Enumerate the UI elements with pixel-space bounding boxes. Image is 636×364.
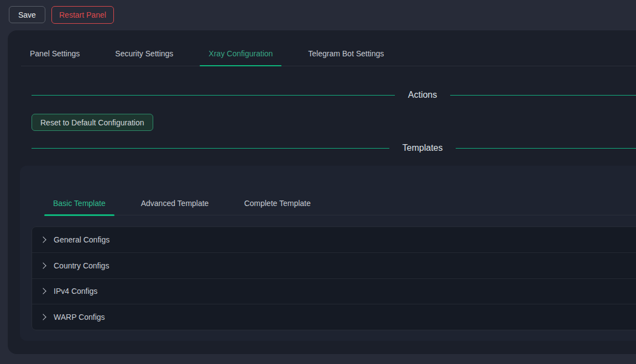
tab-advanced-template[interactable]: Advanced Template <box>132 199 218 215</box>
chevron-right-icon <box>40 314 46 320</box>
divider-line <box>450 95 636 96</box>
chevron-right-icon <box>40 288 46 294</box>
settings-tabbar: Panel Settings Security Settings Xray Co… <box>21 30 636 66</box>
collapse-label: WARP Configs <box>54 313 105 321</box>
collapse-general-configs[interactable]: General Configs <box>32 227 636 252</box>
templates-card: Basic Template Advanced Template Complet… <box>20 166 636 341</box>
reset-default-config-button[interactable]: Reset to Default Configuration <box>32 114 153 131</box>
app-viewport: Save Restart Panel Panel Settings Securi… <box>0 0 636 364</box>
tab-panel-settings[interactable]: Panel Settings <box>21 49 88 66</box>
tab-security-settings[interactable]: Security Settings <box>106 49 182 66</box>
collapse-label: Country Configs <box>54 261 109 270</box>
chevron-right-icon <box>40 262 46 268</box>
tab-xray-configuration[interactable]: Xray Configuration <box>200 49 281 66</box>
templates-section-divider: Templates <box>32 139 636 157</box>
tab-basic-template[interactable]: Basic Template <box>44 199 114 215</box>
collapse-ipv4-configs[interactable]: IPv4 Configs <box>32 278 636 304</box>
divider-line <box>32 148 389 149</box>
settings-card: Panel Settings Security Settings Xray Co… <box>8 30 636 354</box>
tab-complete-template[interactable]: Complete Template <box>235 199 319 215</box>
tab-telegram-bot-settings[interactable]: Telegram Bot Settings <box>299 49 393 66</box>
chevron-right-icon <box>40 236 46 242</box>
collapse-warp-configs[interactable]: WARP Configs <box>32 304 636 330</box>
actions-section-divider: Actions <box>32 86 636 104</box>
collapse-label: IPv4 Configs <box>54 287 97 296</box>
collapse-label: General Configs <box>54 235 110 244</box>
templates-section-title: Templates <box>403 143 443 153</box>
divider-line <box>456 148 636 149</box>
collapse-country-configs[interactable]: Country Configs <box>32 252 636 278</box>
restart-panel-button[interactable]: Restart Panel <box>51 6 114 24</box>
divider-line <box>32 95 395 96</box>
save-button[interactable]: Save <box>9 6 45 23</box>
actions-section-title: Actions <box>408 90 437 100</box>
config-collapse-list: General Configs Country Configs IPv4 Con… <box>32 226 636 330</box>
template-tabbar: Basic Template Advanced Template Complet… <box>44 166 636 215</box>
